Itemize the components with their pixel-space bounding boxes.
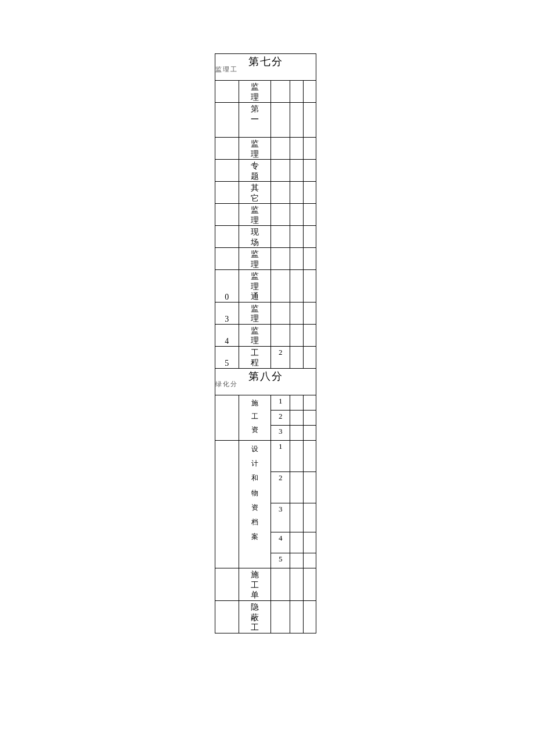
row-num [215,204,239,226]
row-empty [290,302,303,324]
row-empty [290,503,303,532]
row-sub [271,138,290,160]
row-empty [303,226,316,248]
section-7-header-row: 第七分 监理工 [215,54,316,81]
sub-num: 2 [271,411,290,426]
row-empty [303,553,316,568]
row-empty [290,138,303,160]
row-empty [290,411,303,426]
row-num [215,395,239,441]
row-empty [290,182,303,204]
table-row: 监理 [215,138,316,160]
row-empty [303,270,316,303]
row-empty [290,532,303,553]
row-empty [290,204,303,226]
section-8-subtitle-text: 绿化分 [215,380,238,388]
table-row: 0 监理通 [215,270,316,303]
row-sub [271,601,290,633]
row-num [215,441,239,568]
row-label: 施工单 [239,568,270,601]
row-sub [271,248,290,270]
row-empty [290,226,303,248]
table-row: 监理 [215,248,316,270]
row-empty [303,503,316,532]
table-row: 施工资 1 [215,395,316,411]
row-sub [271,302,290,324]
section-8-title: 第八分 绿化分 [215,369,316,395]
row-empty [290,441,303,472]
row-num [215,81,239,103]
row-sub: 2 [271,346,290,368]
row-num [215,103,239,138]
row-empty [290,270,303,303]
row-num: 5 [215,346,239,368]
row-empty [290,248,303,270]
row-label: 监理 [239,302,270,324]
row-empty [303,182,316,204]
section-7-subtitle-text: 监理工 [215,65,238,73]
row-sub [271,270,290,303]
table-row: 监理 [215,204,316,226]
row-label: 监理 [239,138,270,160]
row-num [215,160,239,182]
row-num [215,601,239,633]
row-empty [303,568,316,601]
row-empty [303,395,316,411]
row-label: 工程 [239,346,270,368]
row-empty [303,472,316,503]
row-num: 0 [215,270,239,303]
row-empty [290,553,303,568]
row-empty [303,81,316,103]
row-sub [271,103,290,138]
table-row: 其它 [215,182,316,204]
row-num [215,568,239,601]
row-num [215,138,239,160]
row-label: 第一 [239,103,270,138]
sub-num: 3 [271,503,290,532]
row-empty [303,204,316,226]
sub-num: 5 [271,553,290,568]
row-empty [303,248,316,270]
row-label: 其它 [239,182,270,204]
sub-num: 1 [271,395,290,411]
row-empty [290,472,303,503]
sub-num: 4 [271,532,290,553]
row-sub [271,204,290,226]
row-label: 专题 [239,160,270,182]
row-label: 监理 [239,204,270,226]
row-empty [290,324,303,346]
section-7-title: 第七分 监理工 [215,54,316,81]
row-empty [290,601,303,633]
row-empty [303,426,316,441]
row-empty [290,426,303,441]
row-label: 监理 [239,324,270,346]
table-row: 监理 [215,81,316,103]
row-label: 隐蔽工 [239,601,270,633]
row-empty [303,441,316,472]
sub-num: 1 [271,441,290,472]
row-empty [303,324,316,346]
section-8-table: 第八分 绿化分 施工资 1 2 3 设计和物资档案 1 [215,369,316,634]
row-empty [303,138,316,160]
row-empty [303,601,316,633]
section-8-header-row: 第八分 绿化分 [215,369,316,395]
row-empty [290,568,303,601]
row-empty [303,411,316,426]
row-sub [271,568,290,601]
table-row: 现场 [215,226,316,248]
row-empty [303,160,316,182]
row-empty [290,395,303,411]
row-empty [303,346,316,368]
table-row: 施工单 [215,568,316,601]
row-empty [290,160,303,182]
row-label: 监理 [239,248,270,270]
sub-num: 3 [271,426,290,441]
table-row: 4 监理 [215,324,316,346]
table-row: 5 工程 2 [215,346,316,368]
row-label: 监理 [239,81,270,103]
row-sub [271,81,290,103]
table-row: 3 监理 [215,302,316,324]
row-empty [303,103,316,138]
table-row: 设计和物资档案 1 [215,441,316,472]
table-row: 专题 [215,160,316,182]
